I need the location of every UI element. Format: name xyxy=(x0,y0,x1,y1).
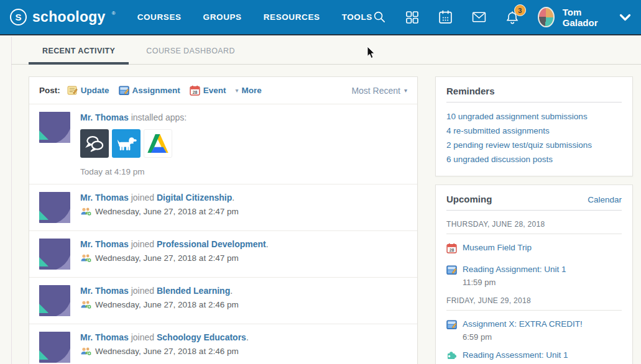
action-text: joined xyxy=(131,193,154,202)
action-text: installed apps: xyxy=(131,112,187,122)
feed-item-installed-apps: Mr. Thomas installed apps: Today at 4:19… xyxy=(29,104,417,184)
puzzle-icon xyxy=(446,350,456,360)
group-link[interactable]: Blended Learning xyxy=(157,286,230,296)
event-time: 11:59 pm xyxy=(463,278,566,287)
author-link[interactable]: Mr. Thomas xyxy=(80,112,129,122)
event-time: 6:59 pm xyxy=(463,332,583,342)
group-link[interactable]: Digital Citizenship xyxy=(157,193,232,202)
date-header: THURSDAY, JUNE 28, 2018 xyxy=(446,220,622,234)
event-link[interactable]: Reading Assignment: Unit 1 xyxy=(463,264,566,275)
action-text: joined xyxy=(131,286,154,296)
calendar-icon[interactable] xyxy=(438,9,453,25)
timestamp: Today at 4:19 pm xyxy=(80,167,187,176)
avatar[interactable] xyxy=(39,239,70,270)
notifications-bell-icon[interactable]: 3 xyxy=(505,9,520,25)
reminder-link[interactable]: 2 pending review test/quiz submissions xyxy=(446,138,622,152)
google-drive-icon[interactable] xyxy=(144,129,172,158)
author-link[interactable]: Mr. Thomas xyxy=(80,332,129,342)
upcoming-card: Upcoming Calendar THURSDAY, JUNE 28, 201… xyxy=(435,184,633,364)
author-link[interactable]: Mr. Thomas xyxy=(80,239,129,249)
post-event-label: Event xyxy=(203,86,226,95)
update-icon xyxy=(67,85,78,96)
upcoming-title: Upcoming xyxy=(446,194,492,204)
action-text: joined xyxy=(131,332,154,342)
upcoming-event: 28 Museum Field Trip xyxy=(446,242,622,256)
upcoming-event: Assignment X: EXTRA CREDIT! 6:59 pm xyxy=(446,319,622,342)
nav-item-resources[interactable]: RESOURCES xyxy=(264,12,320,22)
notification-count-badge[interactable]: 3 xyxy=(514,4,526,16)
avatar[interactable] xyxy=(39,192,70,223)
tab-recent-activity-label: RECENT ACTIVITY xyxy=(42,47,115,55)
reminder-link[interactable]: 4 re-submitted assignments xyxy=(446,124,622,138)
feed-item-joined: Mr. Thomas joined Blended Learning. Wedn… xyxy=(29,277,417,324)
assignment-icon xyxy=(446,319,457,330)
chat-app-icon[interactable] xyxy=(80,129,109,158)
avatar[interactable] xyxy=(39,112,70,143)
avatar[interactable] xyxy=(39,285,70,316)
event-icon: 28 xyxy=(446,243,457,253)
avatar[interactable] xyxy=(39,332,70,363)
apps-grid-icon[interactable] xyxy=(405,9,420,25)
reminder-link[interactable]: 6 ungraded discussion posts xyxy=(446,152,622,166)
tab-strip: RECENT ACTIVITY COURSE DASHBOARD xyxy=(0,35,641,65)
user-name[interactable]: Tom Galador xyxy=(563,7,607,28)
registered-mark: ® xyxy=(112,11,116,16)
timestamp: Wednesday, June 27, 2018 at 2:46 pm xyxy=(95,347,239,356)
nav-item-courses[interactable]: COURSES xyxy=(137,12,182,22)
calendar-link[interactable]: Calendar xyxy=(588,195,622,204)
feed-item-joined: Mr. Thomas joined Professional Developme… xyxy=(29,230,417,277)
event-link[interactable]: Museum Field Trip xyxy=(463,242,532,253)
event-link[interactable]: Reading Assessment: Unit 1 xyxy=(463,350,568,361)
upcoming-event: Reading Assessment: Unit 1 11:59 pm xyxy=(446,350,622,364)
member-join-icon xyxy=(80,253,91,263)
assignment-icon xyxy=(119,85,129,96)
messages-icon[interactable] xyxy=(471,9,487,25)
sentence-period: . xyxy=(246,332,249,342)
tab-recent-activity[interactable]: RECENT ACTIVITY xyxy=(29,47,129,65)
author-link[interactable]: Mr. Thomas xyxy=(80,286,129,296)
post-update-button[interactable]: Update xyxy=(67,85,109,96)
member-join-icon xyxy=(80,347,91,356)
nav-item-tools[interactable]: TOOLS xyxy=(342,12,372,22)
post-event-button[interactable]: 28 Event xyxy=(190,85,226,96)
reminders-card: Reminders 10 ungraded assignment submiss… xyxy=(435,76,633,176)
nav-right-cluster: 3 Tom Galador xyxy=(372,7,631,28)
feed-item-joined: Mr. Thomas joined Schoology Educators. W… xyxy=(29,324,417,364)
author-link[interactable]: Mr. Thomas xyxy=(80,193,129,202)
content-left-border xyxy=(11,37,12,364)
tab-course-dashboard[interactable]: COURSE DASHBOARD xyxy=(132,47,249,65)
post-label: Post: xyxy=(39,86,60,95)
schoology-logo-icon: S xyxy=(10,9,27,25)
event-link[interactable]: Assignment X: EXTRA CREDIT! xyxy=(463,319,583,330)
schoology-logo[interactable]: S schoology® xyxy=(10,9,115,25)
sort-dropdown[interactable]: Most Recent ▾ xyxy=(351,86,407,96)
sort-dropdown-label: Most Recent xyxy=(351,86,400,96)
sentence-period: . xyxy=(232,193,234,202)
chevron-down-icon[interactable] xyxy=(619,13,631,22)
svg-text:28: 28 xyxy=(450,248,454,252)
upcoming-event: Reading Assignment: Unit 1 11:59 pm xyxy=(446,264,622,287)
member-join-icon xyxy=(80,300,91,309)
active-tab-underline xyxy=(29,62,129,65)
timestamp: Wednesday, June 27, 2018 at 2:47 pm xyxy=(95,253,239,263)
assignment-icon xyxy=(446,265,457,275)
dog-app-icon[interactable] xyxy=(112,129,141,158)
timestamp: Wednesday, June 27, 2018 at 2:47 pm xyxy=(95,207,239,216)
post-update-label: Update xyxy=(81,86,109,95)
search-icon[interactable] xyxy=(372,9,387,25)
date-header: FRIDAY, JUNE 29, 2018 xyxy=(446,296,622,311)
group-link[interactable]: Professional Development xyxy=(157,239,266,249)
sentence-period: . xyxy=(266,239,269,249)
user-avatar[interactable] xyxy=(538,7,555,27)
nav-item-groups[interactable]: GROUPS xyxy=(203,12,242,22)
right-sidebar: Reminders 10 ungraded assignment submiss… xyxy=(435,76,633,364)
timestamp: Wednesday, June 27, 2018 at 2:46 pm xyxy=(95,300,239,309)
post-assignment-button[interactable]: Assignment xyxy=(119,85,180,96)
more-caret-icon: ▾ xyxy=(236,87,239,94)
sentence-period: . xyxy=(230,286,233,296)
activity-feed-card: Post: Update Assignment 28 Event ▾ More … xyxy=(29,76,418,364)
top-navbar: S schoology® COURSES GROUPS RESOURCES TO… xyxy=(0,0,641,35)
group-link[interactable]: Schoology Educators xyxy=(157,332,246,342)
post-more-button[interactable]: More xyxy=(242,86,262,95)
reminder-link[interactable]: 10 ungraded assignment submissions xyxy=(446,109,622,124)
